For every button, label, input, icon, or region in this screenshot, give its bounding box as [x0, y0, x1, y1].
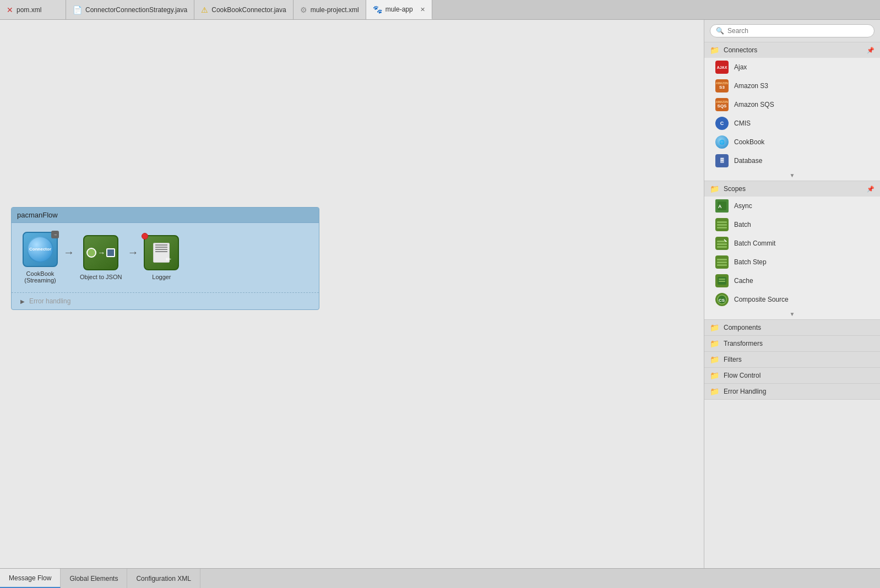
components-section: 📁 Components [704, 320, 880, 336]
database-icon: 🗄 [715, 154, 729, 167]
connector-item-ajax[interactable]: AJAX Ajax [704, 58, 880, 77]
amazons3-label: Amazon S3 [734, 82, 768, 90]
tab-global-elements[interactable]: Global Elements [61, 569, 127, 588]
bottom-tab-bar: Message Flow Global Elements Configurati… [0, 568, 880, 588]
tab-connector-icon: 📄 [73, 6, 82, 14]
batch-icon [715, 218, 729, 231]
tab-configuration-xml[interactable]: Configuration XML [127, 569, 200, 588]
scope-item-batchcommit[interactable]: Batch Commit [704, 234, 880, 253]
main-area: pacmanFlow → Connector CookBook(Streamin… [0, 20, 880, 568]
right-panel: 🔍 📁 Connectors 📌 AJAX Ajax AMAZON S3 [704, 20, 880, 568]
filters-section: 📁 Filters [704, 352, 880, 368]
cache-label: Cache [734, 277, 753, 285]
connectors-scroll-down[interactable]: ▼ [704, 170, 880, 181]
cmis-icon: C [715, 117, 729, 130]
search-section: 🔍 [704, 20, 880, 42]
flow-control-header[interactable]: 📁 Flow Control [704, 368, 880, 383]
tab-cookbook-icon: ⚠ [201, 6, 208, 14]
connectors-header[interactable]: 📁 Connectors 📌 [704, 42, 880, 58]
search-wrapper[interactable]: 🔍 [710, 24, 874, 37]
flow-name: pacmanFlow [17, 211, 58, 219]
logger-box[interactable]: ✏ [144, 235, 179, 270]
connectors-items: AJAX Ajax AMAZON S3 Amazon S3 AMAZON SQS… [704, 58, 880, 181]
search-input[interactable] [727, 27, 868, 35]
scopes-pin-icon[interactable]: 📌 [867, 186, 874, 193]
components-header[interactable]: 📁 Components [704, 320, 880, 335]
ajax-icon: AJAX [715, 61, 729, 74]
canvas: pacmanFlow → Connector CookBook(Streamin… [0, 20, 704, 568]
connector-item-amazonsqs[interactable]: AMAZON SQS Amazon SQS [704, 95, 880, 114]
scope-item-cache[interactable]: Cache [704, 271, 880, 290]
database-label: Database [734, 157, 762, 165]
flow-body: → Connector CookBook(Streaming) → → [12, 223, 319, 292]
scopes-header[interactable]: 📁 Scopes 📌 [704, 181, 880, 197]
tab-pom-xml[interactable]: ✕ pom.xml [0, 0, 66, 19]
connectors-label: Connectors [724, 46, 757, 54]
transformer-box[interactable]: → [83, 235, 118, 270]
scopes-section: 📁 Scopes 📌 A Async Batch [704, 181, 880, 320]
tab-mule-app[interactable]: 🐾 mule-app ✕ [366, 0, 432, 19]
logger-pencil-icon: ✏ [166, 255, 171, 263]
connectors-pin-icon[interactable]: 📌 [867, 47, 874, 54]
composite-icon: CS [715, 293, 729, 306]
connectors-section: 📁 Connectors 📌 AJAX Ajax AMAZON S3 Amazo… [704, 42, 880, 181]
flow-control-label: Flow Control [724, 372, 761, 379]
components-folder-icon: 📁 [710, 323, 719, 332]
svg-rect-4 [717, 227, 727, 228]
ajax-label: Ajax [734, 63, 747, 71]
connector-item-cmis[interactable]: C CMIS [704, 114, 880, 133]
tab-mule-project-icon: ⚙ [300, 6, 307, 14]
logger-inner-icon: ✏ [153, 243, 170, 263]
cookbook-box[interactable]: → Connector [23, 232, 58, 267]
filters-header[interactable]: 📁 Filters [704, 352, 880, 367]
transformer-label: Object to JSON [80, 274, 122, 280]
search-icon: 🔍 [716, 27, 724, 35]
filters-label: Filters [724, 356, 742, 363]
svg-rect-7 [717, 246, 727, 248]
async-label: Async [734, 202, 752, 210]
tab-mule-project[interactable]: ⚙ mule-project.xml [294, 0, 366, 19]
tab-cookbook-connector[interactable]: ⚠ CookBookConnector.java [194, 0, 293, 19]
scopes-folder-icon: 📁 [710, 184, 719, 193]
batchcommit-label: Batch Commit [734, 239, 775, 247]
error-handling-panel-section: 📁 Error Handling [704, 384, 880, 400]
flow-container: pacmanFlow → Connector CookBook(Streamin… [11, 207, 319, 310]
error-handling-folder-icon: 📁 [710, 387, 719, 396]
scope-item-batchstep[interactable]: Batch Step [704, 253, 880, 271]
cookbook-connector-icon: Connector [27, 236, 53, 263]
error-handling-label: Error handling [29, 297, 70, 305]
transformers-header[interactable]: 📁 Transformers [704, 336, 880, 351]
tab-connector-label: ConnectorConnectionStrategy.java [85, 6, 187, 14]
tab-cookbook-label: CookBookConnector.java [211, 6, 286, 14]
connector-item-cookbook[interactable]: 🌐 CookBook [704, 133, 880, 151]
cookbook-component[interactable]: → Connector CookBook(Streaming) [23, 232, 58, 284]
error-handling-header[interactable]: 📁 Error Handling [704, 384, 880, 399]
tab-mule-app-label: mule-app [385, 6, 413, 13]
transformer-component[interactable]: → Object to JSON [80, 235, 122, 280]
connectors-folder-icon: 📁 [710, 46, 719, 55]
scope-item-batch[interactable]: Batch [704, 215, 880, 234]
logger-error-dot [142, 233, 148, 239]
tab-message-flow[interactable]: Message Flow [0, 569, 61, 588]
scopes-items: A Async Batch Batch Commit [704, 197, 880, 319]
cookbook-panel-icon: 🌐 [715, 135, 729, 149]
async-icon: A [715, 199, 729, 213]
scopes-scroll-down[interactable]: ▼ [704, 309, 880, 319]
tab-bar: ✕ pom.xml 📄 ConnectorConnectionStrategy.… [0, 0, 880, 20]
svg-rect-11 [717, 264, 727, 266]
tab-mule-app-close[interactable]: ✕ [420, 6, 425, 13]
batchstep-icon [715, 255, 729, 269]
svg-rect-2 [717, 221, 727, 223]
flow-control-section: 📁 Flow Control [704, 368, 880, 384]
connector-item-amazons3[interactable]: AMAZON S3 Amazon S3 [704, 77, 880, 95]
tab-connector-strategy[interactable]: 📄 ConnectorConnectionStrategy.java [66, 0, 194, 19]
scope-item-async[interactable]: A Async [704, 197, 880, 215]
logger-component[interactable]: ✏ Logger [144, 235, 179, 280]
scopes-scroll-arrow: ▼ [790, 311, 795, 317]
scope-item-composite[interactable]: CS Composite Source [704, 290, 880, 309]
tab-configuration-xml-label: Configuration XML [136, 575, 191, 582]
arrow-2: → [127, 246, 138, 259]
arrow-1: → [63, 246, 74, 259]
connector-item-database[interactable]: 🗄 Database [704, 151, 880, 170]
error-expand-arrow[interactable]: ▶ [20, 298, 25, 304]
